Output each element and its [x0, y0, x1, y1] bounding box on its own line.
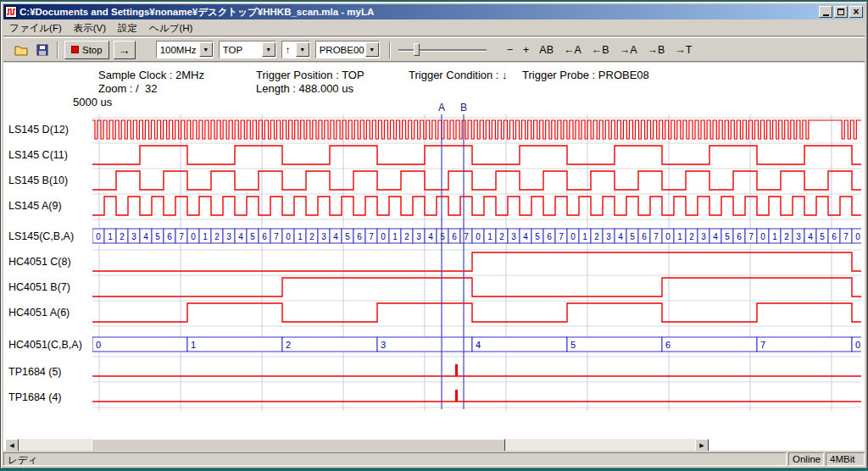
chevron-down-icon[interactable]: ▼ — [296, 42, 309, 57]
svg-text:0: 0 — [286, 232, 291, 241]
svg-text:1: 1 — [191, 340, 196, 350]
close-button[interactable]: × — [849, 6, 863, 18]
channel-label: TP1684 (4) — [8, 391, 91, 404]
save-button[interactable] — [31, 41, 53, 59]
svg-text:5: 5 — [535, 232, 540, 241]
scroll-left-button[interactable]: ◀ — [5, 439, 19, 451]
slider-thumb[interactable] — [414, 43, 420, 56]
svg-text:6: 6 — [357, 232, 362, 241]
menu-item[interactable]: ファイル(F) — [3, 21, 68, 36]
menubar: ファイル(F)表示(V)設定ヘルプ(H) — [3, 20, 865, 36]
svg-text:3: 3 — [606, 232, 611, 241]
svg-text:4: 4 — [143, 232, 148, 241]
channel-label: HC4051 A(6) — [8, 306, 91, 319]
svg-text:1: 1 — [772, 232, 777, 241]
svg-text:7: 7 — [843, 232, 849, 241]
toolbar-nav-button[interactable]: AB — [536, 41, 557, 59]
toolbar-nav-button[interactable]: − — [504, 41, 516, 59]
svg-text:0: 0 — [96, 232, 101, 241]
svg-text:6: 6 — [452, 232, 457, 241]
waveform-plot[interactable]: 0123456701234567012345670123456701234567… — [3, 63, 865, 439]
run-button[interactable]: → — [114, 41, 136, 59]
wave-channel-1 — [92, 146, 861, 164]
toolbar-nav-button[interactable]: + — [520, 41, 532, 59]
waveforms: 0123456701234567012345670123456701234567… — [92, 120, 865, 402]
svg-text:1: 1 — [677, 232, 682, 241]
scrollbar-track[interactable] — [19, 439, 695, 451]
wave-channel-3 — [92, 197, 861, 215]
sample-clock-value: 100MHz — [160, 45, 199, 55]
scrollbar-thumb[interactable] — [92, 439, 505, 451]
svg-text:7: 7 — [559, 232, 564, 241]
trigger-edge-value: ↑ — [286, 45, 296, 55]
svg-text:4: 4 — [238, 232, 243, 241]
wave-channel-10 — [92, 390, 861, 402]
chevron-down-icon[interactable]: ▼ — [262, 42, 275, 57]
probe-value: PROBE00 — [320, 45, 365, 55]
svg-text:3: 3 — [701, 232, 706, 241]
toolbar-nav-button[interactable]: ←A — [560, 41, 585, 59]
toolbar-nav-button[interactable]: →T — [671, 41, 695, 59]
probe-select[interactable]: PROBE00 ▼ — [315, 41, 380, 58]
svg-text:6: 6 — [262, 232, 267, 241]
status-ready: レディ — [3, 452, 787, 466]
trigger-position-select[interactable]: TOP ▼ — [219, 41, 276, 58]
stop-label: Stop — [82, 45, 103, 55]
svg-text:1: 1 — [108, 232, 113, 241]
svg-text:5: 5 — [155, 232, 160, 241]
menu-item[interactable]: ヘルプ(H) — [143, 21, 198, 36]
wave-channel-4: 0123456701234567012345670123456701234567… — [92, 229, 864, 243]
menu-item[interactable]: 表示(V) — [68, 21, 112, 36]
svg-text:0: 0 — [381, 232, 386, 241]
svg-text:2: 2 — [120, 232, 125, 241]
stop-button[interactable]: Stop — [64, 41, 109, 59]
svg-text:0: 0 — [760, 232, 765, 241]
chevron-down-icon[interactable]: ▼ — [199, 42, 213, 57]
channel-label: HC4051 C(8) — [8, 255, 91, 269]
wave-channel-7 — [92, 303, 861, 322]
toolbar-nav-button[interactable]: →A — [616, 41, 641, 59]
trigger-edge-select[interactable]: ↑ ▼ — [281, 41, 310, 58]
app-window: C:¥Documents and Settings¥noname¥デスクトップ¥… — [0, 1, 868, 469]
titlebar[interactable]: C:¥Documents and Settings¥noname¥デスクトップ¥… — [3, 4, 865, 19]
svg-text:3: 3 — [381, 340, 386, 350]
svg-text:3: 3 — [511, 232, 516, 241]
minimize-icon — [823, 14, 829, 16]
toolbar: Stop → 100MHz ▼ TOP ▼ ↑ ▼ PROBE00 ▼ −+AB… — [3, 37, 865, 62]
svg-text:6: 6 — [737, 232, 742, 241]
horizontal-scrollbar[interactable]: ◀ ▶ — [5, 439, 709, 451]
waveform-client-area: Sample Clock : 2MHz Trigger Position : T… — [3, 63, 865, 451]
nav-button-group: −+AB←A←B→A→B→T — [502, 41, 698, 59]
open-button[interactable] — [10, 41, 31, 59]
svg-text:5: 5 — [345, 232, 350, 241]
zoom-slider[interactable] — [398, 41, 487, 59]
chevron-down-icon[interactable]: ▼ — [365, 42, 379, 57]
toolbar-nav-button[interactable]: →B — [644, 41, 669, 59]
svg-text:1: 1 — [203, 232, 208, 241]
wave-channel-6 — [92, 278, 861, 296]
svg-text:7: 7 — [274, 232, 279, 241]
scroll-right-button[interactable]: ▶ — [695, 439, 709, 451]
sample-clock-select[interactable]: 100MHz ▼ — [156, 41, 214, 58]
svg-text:6: 6 — [665, 340, 670, 350]
channel-label: HC4051(C,B,A) — [8, 338, 91, 352]
svg-text:4: 4 — [428, 232, 433, 241]
close-icon: × — [853, 8, 859, 16]
toolbar-nav-button[interactable]: ←B — [588, 41, 613, 59]
svg-text:2: 2 — [214, 232, 220, 241]
svg-text:7: 7 — [464, 232, 469, 241]
wave-channel-8: 012345670 — [92, 337, 865, 352]
svg-text:3: 3 — [416, 232, 421, 241]
svg-text:1: 1 — [392, 232, 398, 241]
svg-text:7: 7 — [179, 232, 184, 241]
toolbar-separator — [389, 42, 391, 58]
svg-text:2: 2 — [784, 232, 789, 241]
svg-text:4: 4 — [713, 232, 718, 241]
maximize-button[interactable] — [834, 6, 848, 18]
svg-text:5: 5 — [820, 232, 825, 241]
minimize-button[interactable] — [819, 6, 832, 18]
channel-label: LS145 B(10) — [8, 174, 91, 187]
menu-item[interactable]: 設定 — [112, 21, 143, 36]
channel-label: TP1684 (5) — [8, 365, 91, 379]
slider-track — [398, 49, 487, 51]
